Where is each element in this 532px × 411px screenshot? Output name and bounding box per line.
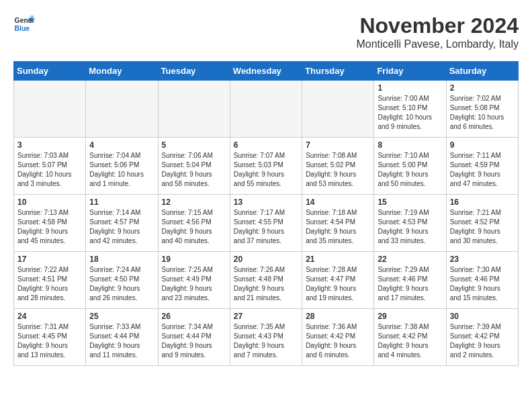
calendar-cell: 12Sunrise: 7:15 AMSunset: 4:56 PMDayligh…: [158, 195, 230, 252]
calendar-cell: 10Sunrise: 7:13 AMSunset: 4:58 PMDayligh…: [14, 195, 86, 252]
location: Monticelli Pavese, Lombardy, Italy: [356, 38, 519, 50]
svg-text:Blue: Blue: [15, 25, 30, 32]
day-number: 17: [17, 255, 82, 264]
day-number: 6: [234, 140, 298, 150]
day-number: 10: [17, 197, 82, 207]
calendar-cell: 14Sunrise: 7:18 AMSunset: 4:54 PMDayligh…: [302, 195, 374, 252]
calendar-cell: 24Sunrise: 7:31 AMSunset: 4:45 PMDayligh…: [14, 309, 86, 366]
day-number: 24: [17, 312, 82, 321]
day-info: Sunrise: 7:29 AMSunset: 4:46 PMDaylight:…: [378, 265, 442, 303]
day-info: Sunrise: 7:17 AMSunset: 4:55 PMDaylight:…: [234, 208, 298, 246]
calendar-cell: 26Sunrise: 7:34 AMSunset: 4:44 PMDayligh…: [158, 309, 230, 366]
calendar-cell: 3Sunrise: 7:03 AMSunset: 5:07 PMDaylight…: [14, 138, 86, 195]
day-info: Sunrise: 7:22 AMSunset: 4:51 PMDaylight:…: [17, 265, 82, 303]
calendar-cell: 28Sunrise: 7:36 AMSunset: 4:42 PMDayligh…: [302, 309, 374, 366]
day-number: 8: [378, 140, 442, 150]
calendar-cell: [230, 81, 302, 138]
day-info: Sunrise: 7:03 AMSunset: 5:07 PMDaylight:…: [17, 151, 82, 189]
logo-icon: General Blue: [13, 13, 35, 35]
day-number: 4: [89, 140, 154, 150]
day-number: 11: [89, 197, 154, 207]
day-info: Sunrise: 7:07 AMSunset: 5:03 PMDaylight:…: [234, 151, 298, 189]
calendar-cell: 9Sunrise: 7:11 AMSunset: 4:59 PMDaylight…: [446, 138, 518, 195]
calendar-cell: 5Sunrise: 7:06 AMSunset: 5:04 PMDaylight…: [158, 138, 230, 195]
day-info: Sunrise: 7:11 AMSunset: 4:59 PMDaylight:…: [450, 151, 515, 189]
day-info: Sunrise: 7:04 AMSunset: 5:06 PMDaylight:…: [89, 151, 154, 189]
day-number: 14: [306, 197, 370, 207]
calendar-cell: 18Sunrise: 7:24 AMSunset: 4:50 PMDayligh…: [86, 252, 158, 309]
calendar-cell: 15Sunrise: 7:19 AMSunset: 4:53 PMDayligh…: [374, 195, 446, 252]
day-info: Sunrise: 7:13 AMSunset: 4:58 PMDaylight:…: [17, 208, 82, 246]
day-info: Sunrise: 7:34 AMSunset: 4:44 PMDaylight:…: [162, 322, 226, 360]
day-info: Sunrise: 7:18 AMSunset: 4:54 PMDaylight:…: [306, 208, 370, 246]
day-info: Sunrise: 7:39 AMSunset: 4:42 PMDaylight:…: [450, 322, 515, 360]
calendar-body: 1Sunrise: 7:00 AMSunset: 5:10 PMDaylight…: [14, 81, 519, 366]
day-number: 29: [378, 312, 442, 321]
calendar-cell: 16Sunrise: 7:21 AMSunset: 4:52 PMDayligh…: [446, 195, 518, 252]
day-info: Sunrise: 7:24 AMSunset: 4:50 PMDaylight:…: [89, 265, 154, 303]
calendar-cell: 27Sunrise: 7:35 AMSunset: 4:43 PMDayligh…: [230, 309, 302, 366]
day-header-thursday: Thursday: [302, 62, 374, 81]
day-info: Sunrise: 7:10 AMSunset: 5:00 PMDaylight:…: [378, 151, 442, 189]
day-info: Sunrise: 7:26 AMSunset: 4:48 PMDaylight:…: [234, 265, 298, 303]
calendar-cell: 25Sunrise: 7:33 AMSunset: 4:44 PMDayligh…: [86, 309, 158, 366]
calendar-header: SundayMondayTuesdayWednesdayThursdayFrid…: [14, 62, 519, 81]
day-info: Sunrise: 7:31 AMSunset: 4:45 PMDaylight:…: [17, 322, 82, 360]
day-info: Sunrise: 7:19 AMSunset: 4:53 PMDaylight:…: [378, 208, 442, 246]
week-row-1: 1Sunrise: 7:00 AMSunset: 5:10 PMDaylight…: [14, 81, 519, 138]
calendar-cell: 19Sunrise: 7:25 AMSunset: 4:49 PMDayligh…: [158, 252, 230, 309]
calendar-cell: 30Sunrise: 7:39 AMSunset: 4:42 PMDayligh…: [446, 309, 518, 366]
day-number: 25: [89, 312, 154, 321]
day-number: 5: [162, 140, 226, 150]
day-info: Sunrise: 7:21 AMSunset: 4:52 PMDaylight:…: [450, 208, 515, 246]
day-info: Sunrise: 7:06 AMSunset: 5:04 PMDaylight:…: [162, 151, 226, 189]
day-header-monday: Monday: [86, 62, 158, 81]
day-number: 20: [234, 255, 298, 264]
day-number: 13: [234, 197, 298, 207]
week-row-5: 24Sunrise: 7:31 AMSunset: 4:45 PMDayligh…: [14, 309, 519, 366]
calendar-cell: 20Sunrise: 7:26 AMSunset: 4:48 PMDayligh…: [230, 252, 302, 309]
page-header: General Blue November 2024 Monticelli Pa…: [13, 13, 519, 50]
day-info: Sunrise: 7:36 AMSunset: 4:42 PMDaylight:…: [306, 322, 370, 360]
day-number: 18: [89, 255, 154, 264]
day-header-wednesday: Wednesday: [230, 62, 302, 81]
calendar-cell: 4Sunrise: 7:04 AMSunset: 5:06 PMDaylight…: [86, 138, 158, 195]
day-number: 7: [306, 140, 370, 150]
calendar-cell: 22Sunrise: 7:29 AMSunset: 4:46 PMDayligh…: [374, 252, 446, 309]
calendar-cell: 11Sunrise: 7:14 AMSunset: 4:57 PMDayligh…: [86, 195, 158, 252]
week-row-4: 17Sunrise: 7:22 AMSunset: 4:51 PMDayligh…: [14, 252, 519, 309]
title-block: November 2024 Monticelli Pavese, Lombard…: [356, 13, 519, 50]
day-info: Sunrise: 7:08 AMSunset: 5:02 PMDaylight:…: [306, 151, 370, 189]
day-number: 28: [306, 312, 370, 321]
day-info: Sunrise: 7:38 AMSunset: 4:42 PMDaylight:…: [378, 322, 442, 360]
calendar-cell: 7Sunrise: 7:08 AMSunset: 5:02 PMDaylight…: [302, 138, 374, 195]
calendar-cell: 17Sunrise: 7:22 AMSunset: 4:51 PMDayligh…: [14, 252, 86, 309]
calendar-cell: 8Sunrise: 7:10 AMSunset: 5:00 PMDaylight…: [374, 138, 446, 195]
day-number: 15: [378, 197, 442, 207]
calendar-cell: 1Sunrise: 7:00 AMSunset: 5:10 PMDaylight…: [374, 81, 446, 138]
day-number: 19: [162, 255, 226, 264]
calendar-cell: 23Sunrise: 7:30 AMSunset: 4:46 PMDayligh…: [446, 252, 518, 309]
calendar-cell: 2Sunrise: 7:02 AMSunset: 5:08 PMDaylight…: [446, 81, 518, 138]
day-number: 21: [306, 255, 370, 264]
day-info: Sunrise: 7:14 AMSunset: 4:57 PMDaylight:…: [89, 208, 154, 246]
day-header-tuesday: Tuesday: [158, 62, 230, 81]
day-number: 9: [450, 140, 515, 150]
calendar-cell: 13Sunrise: 7:17 AMSunset: 4:55 PMDayligh…: [230, 195, 302, 252]
calendar-cell: [158, 81, 230, 138]
week-row-3: 10Sunrise: 7:13 AMSunset: 4:58 PMDayligh…: [14, 195, 519, 252]
day-header-saturday: Saturday: [446, 62, 518, 81]
day-number: 2: [450, 83, 515, 93]
calendar-cell: [302, 81, 374, 138]
day-info: Sunrise: 7:28 AMSunset: 4:47 PMDaylight:…: [306, 265, 370, 303]
day-number: 22: [378, 255, 442, 264]
day-info: Sunrise: 7:15 AMSunset: 4:56 PMDaylight:…: [162, 208, 226, 246]
month-title: November 2024: [356, 13, 519, 38]
day-info: Sunrise: 7:25 AMSunset: 4:49 PMDaylight:…: [162, 265, 226, 303]
day-info: Sunrise: 7:02 AMSunset: 5:08 PMDaylight:…: [450, 94, 515, 132]
day-number: 1: [378, 83, 442, 93]
day-info: Sunrise: 7:00 AMSunset: 5:10 PMDaylight:…: [378, 94, 442, 132]
day-header-sunday: Sunday: [14, 62, 86, 81]
week-row-2: 3Sunrise: 7:03 AMSunset: 5:07 PMDaylight…: [14, 138, 519, 195]
day-number: 12: [162, 197, 226, 207]
